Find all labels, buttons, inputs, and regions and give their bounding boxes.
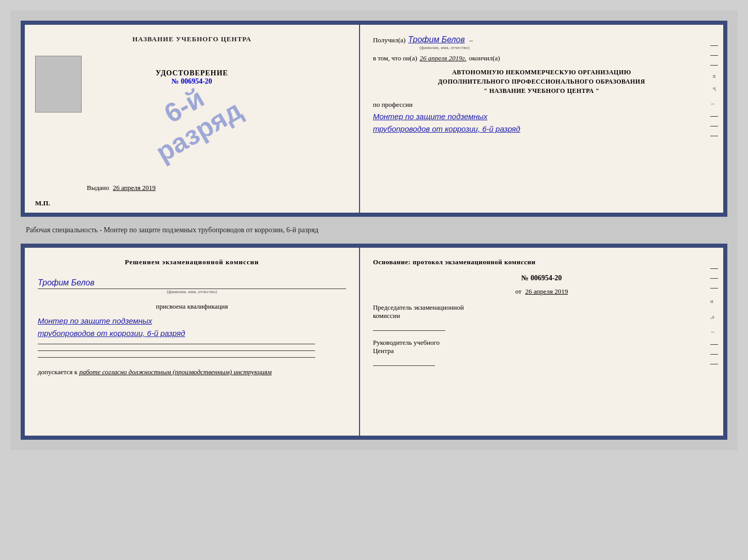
right-side-lines-bottom: и ,а ← (710, 268, 718, 364)
po-professii-label: по профессии (373, 101, 710, 109)
certificate-top: НАЗВАНИЕ УЧЕБНОГО ЦЕНТРА УДОСТОВЕРЕНИЕ №… (21, 21, 727, 217)
side-dash-1 (710, 45, 718, 46)
side-text-i: и (710, 75, 718, 78)
side-dash-3 (710, 65, 718, 66)
top-cert-title: НАЗВАНИЕ УЧЕБНОГО ЦЕНТРА (132, 35, 252, 43)
predsedatel-signature-line (373, 330, 445, 331)
cert-left-panel: НАЗВАНИЕ УЧЕБНОГО ЦЕНТРА УДОСТОВЕРЕНИЕ №… (25, 25, 360, 213)
bottom-side-dash-3 (710, 288, 718, 289)
rukovoditel-line2: Центра (373, 347, 710, 355)
side-dash-4 (710, 116, 718, 117)
side-dash-5 (710, 126, 718, 126)
org-line2: ДОПОЛНИТЕЛЬНОГО ПРОФЕССИОНАЛЬНОГО ОБРАЗО… (373, 77, 710, 86)
vydano-date: 26 апреля 2019 (113, 184, 156, 191)
udostoverenie-title: УДОСТОВЕРЕНИЕ (155, 69, 228, 77)
dopuskaetsya-block: допускается к работе согласно должностны… (38, 368, 346, 376)
cert-right-panel: Получил(a) Трофим Белов – (фамилия, имя,… (360, 25, 723, 213)
rukovoditel-signature-line (373, 365, 435, 366)
bottom-side-text-arrow: ← (710, 329, 718, 335)
page-wrapper: НАЗВАНИЕ УЧЕБНОГО ЦЕНТРА УДОСТОВЕРЕНИЕ №… (10, 10, 738, 450)
side-text-a: ,а (710, 87, 718, 91)
vtom-line: в том, что он(а) 26 апреля 2019г. окончи… (373, 54, 710, 62)
poluchil-line: Получил(a) Трофим Белов – (373, 35, 710, 44)
dopuskaetsya-label: допускается к (38, 368, 77, 376)
osnovanie-title: Основание: протокол экзаменационной коми… (373, 258, 710, 266)
org-block: АВТОНОМНУЮ НЕКОММЕРЧЕСКУЮ ОРГАНИЗАЦИЮ ДО… (373, 68, 710, 95)
protocol-number: № 006954-20 (373, 274, 710, 282)
ot-label: от (515, 287, 521, 295)
bottom-side-dash-2 (710, 278, 718, 279)
rukovoditel-block: Руководитель учебного Центра (373, 339, 710, 366)
bottom-side-dash-6 (710, 364, 718, 364)
side-dash-6 (710, 136, 718, 136)
qualification-name: Монтер по защите подземных трубопроводов… (38, 315, 346, 340)
vtom-date: 26 апреля 2019г. (420, 54, 466, 62)
predsedatel-block: Председатель экзаменационной комиссии (373, 303, 710, 331)
org-line1: АВТОНОМНУЮ НЕКОММЕРЧЕСКУЮ ОРГАНИЗАЦИЮ (373, 68, 710, 77)
bottom-left-panel: Решением экзаменационной комиссии Трофим… (25, 248, 360, 436)
vydano-block: Выдано 26 апреля 2019 (87, 184, 155, 192)
side-dash-2 (710, 55, 718, 56)
bottom-fio-block: Трофим Белов (фамилия, имя, отчество) (38, 278, 346, 294)
predsedatel-line1: Председатель экзаменационной (373, 303, 710, 312)
bottom-side-text-a: ,а (710, 313, 718, 319)
rukovoditel-line1: Руководитель учебного (373, 339, 710, 347)
predsedatel-line2: комиссии (373, 312, 710, 320)
side-text-arrow: ← (710, 101, 718, 107)
resheniem-title: Решением экзаменационной комиссии (38, 258, 346, 266)
bottom-side-dash-5 (710, 354, 718, 355)
bottom-fio-label: (фамилия, имя, отчество) (38, 289, 346, 294)
bottom-right-panel: Основание: протокол экзаменационной коми… (360, 248, 723, 436)
middle-text: Рабочая специальность - Монтер по защите… (21, 223, 727, 237)
ot-date: от 26 апреля 2019 (373, 287, 710, 296)
poluchil-label: Получил(a) (373, 36, 406, 44)
bottom-side-text-i: и (710, 298, 718, 304)
underline-1 (38, 344, 315, 344)
bottom-side-dash-1 (710, 268, 718, 269)
okonchil-label: окончил(а) (469, 54, 500, 62)
ot-date-value: 26 апреля 2019 (525, 287, 568, 295)
org-line3: " НАЗВАНИЕ УЧЕБНОГО ЦЕНТРА " (373, 86, 710, 95)
underline-3 (38, 357, 315, 358)
prisvoena-text: присвоена квалификация (38, 302, 346, 311)
udostoverenie-block: УДОСТОВЕРЕНИЕ № 006954-20 (155, 69, 228, 86)
profession-name: Монтер по защите подземных трубопроводов… (373, 110, 710, 135)
vydano-label: Выдано (87, 184, 109, 191)
dash-label: – (470, 36, 473, 44)
recipient-name: Трофим Белов (408, 35, 465, 44)
vtom-prefix: в том, что он(а) (373, 54, 417, 62)
bottom-side-dash-4 (710, 344, 718, 345)
bottom-lines (38, 344, 346, 358)
bottom-fio-name: Трофим Белов (38, 278, 346, 289)
certificate-bottom: Решением экзаменационной комиссии Трофим… (21, 244, 727, 440)
underline-2 (38, 350, 315, 351)
cert-number: № 006954-20 (155, 77, 228, 86)
mp-label: М.П. (35, 199, 50, 207)
dopuskaetsya-value: работе согласно должностным (производств… (79, 368, 271, 376)
photo-placeholder (35, 56, 82, 113)
right-side-lines: и ,а ← (710, 45, 718, 136)
fio-sublabel-top: (фамилия, имя, отчество) (419, 45, 710, 50)
